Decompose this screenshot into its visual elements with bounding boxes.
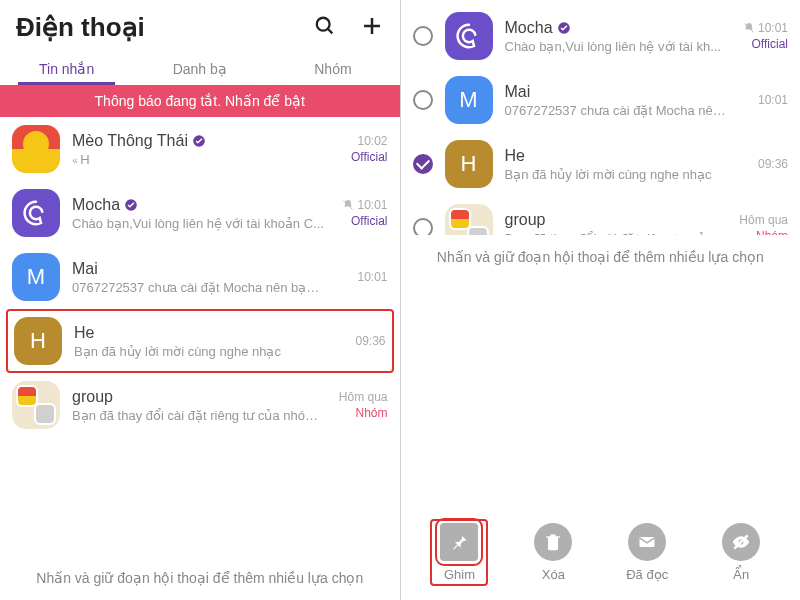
chat-item[interactable]: Mocha Chào bạn,Vui lòng liên hệ với tài … xyxy=(401,4,801,68)
hint-text: Nhấn và giữ đoạn hội thoại để thêm nhiều… xyxy=(0,556,400,600)
chat-body: Mèo Thông Thái «H xyxy=(72,132,326,167)
chat-label: Official xyxy=(738,37,788,51)
avatar-mocha xyxy=(445,12,493,60)
chat-time: Hôm qua xyxy=(738,213,788,227)
muted-icon xyxy=(743,22,755,34)
chat-item[interactable]: group Bạn đã thay đổi cài đặt riêng tư c… xyxy=(0,373,400,437)
avatar-letter: M xyxy=(445,76,493,124)
chat-item[interactable]: Mocha Chào bạn,Vui lòng liên hệ với tài … xyxy=(0,181,400,245)
select-radio[interactable] xyxy=(413,26,433,46)
avatar-letter: M xyxy=(12,253,60,301)
chat-body: Mai 0767272537 chưa cài đặt Mocha nên bạ… xyxy=(505,83,727,118)
action-pin[interactable]: Ghim xyxy=(413,519,507,586)
chat-name: Mai xyxy=(72,260,98,278)
chat-label: Nhóm xyxy=(338,406,388,420)
chat-body: Mai 0767272537 chưa cài đặt Mocha nên bạ… xyxy=(72,260,326,295)
tab-messages[interactable]: Tin nhắn xyxy=(0,51,133,85)
tab-groups[interactable]: Nhóm xyxy=(266,51,399,85)
chat-item[interactable]: group Bạn đã thay đổi cài đặt riêng tư c… xyxy=(401,196,801,235)
pin-icon xyxy=(440,523,478,561)
svg-point-0 xyxy=(316,17,329,30)
eyeoff-icon xyxy=(722,523,760,561)
add-icon[interactable] xyxy=(360,14,384,42)
chat-item[interactable]: M Mai 0767272537 chưa cài đặt Mocha nên … xyxy=(401,68,801,132)
action-label: Ẩn xyxy=(733,567,749,582)
chat-name: group xyxy=(505,211,546,229)
hint-text: Nhấn và giữ đoạn hội thoại để thêm nhiều… xyxy=(401,235,801,279)
chat-body: Mocha Chào bạn,Vui lòng liên hệ với tài … xyxy=(72,196,326,231)
chat-time: 10:01 xyxy=(338,270,388,284)
chat-item[interactable]: M Mai 0767272537 chưa cài đặt Mocha nên … xyxy=(0,245,400,309)
chat-meta: 10:01 xyxy=(738,93,788,107)
mail-icon xyxy=(628,523,666,561)
avatar-letter: H xyxy=(14,317,62,365)
search-icon[interactable] xyxy=(314,15,336,41)
chat-time: 09:36 xyxy=(336,334,386,348)
chat-item[interactable]: H He Bạn đã hủy lời mời cùng nghe nhạc 0… xyxy=(401,132,801,196)
chat-label: Nhóm xyxy=(738,229,788,235)
chat-preview: 0767272537 chưa cài đặt Mocha nên bạ... xyxy=(505,103,727,118)
verified-icon xyxy=(124,198,138,212)
action-label: Đã đọc xyxy=(626,567,668,582)
chat-body: group Bạn đã thay đổi cài đặt riêng tư c… xyxy=(72,388,326,423)
select-radio[interactable] xyxy=(413,218,433,235)
chat-meta: 09:36 xyxy=(336,334,386,348)
chat-meta: Hôm qua Nhóm xyxy=(338,390,388,420)
chat-meta: Hôm qua Nhóm xyxy=(738,213,788,235)
left-screen: Điện thoại Tin nhắn Danh bạ Nhóm Thông b… xyxy=(0,0,400,600)
chat-list-left: Mèo Thông Thái «H 10:02 Official Mocha C… xyxy=(0,117,400,556)
chat-preview: Bạn đã hủy lời mời cùng nghe nhạc xyxy=(74,344,324,359)
header-actions xyxy=(314,14,384,42)
action-label: Xóa xyxy=(542,567,565,582)
tabs: Tin nhắn Danh bạ Nhóm xyxy=(0,51,400,85)
chat-preview: Bạn đã thay đổi cài đặt riêng tư của nhó… xyxy=(72,408,326,423)
chat-preview: Bạn đã thay đổi cài đặt riêng tư của... xyxy=(505,231,727,235)
chat-name: Mèo Thông Thái xyxy=(72,132,188,150)
tab-contacts[interactable]: Danh bạ xyxy=(133,51,266,85)
muted-icon xyxy=(342,199,354,211)
chat-body: He Bạn đã hủy lời mời cùng nghe nhạc xyxy=(74,324,324,359)
chat-meta: 10:01 Official xyxy=(738,21,788,51)
chat-name: Mocha xyxy=(505,19,553,37)
chat-time: Hôm qua xyxy=(338,390,388,404)
chat-preview: Bạn đã hủy lời mời cùng nghe nhạc xyxy=(505,167,727,182)
verified-icon xyxy=(557,21,571,35)
chat-meta: 09:36 xyxy=(738,157,788,171)
right-screen: Mocha Chào bạn,Vui lòng liên hệ với tài … xyxy=(401,0,801,600)
chat-time: 10:01 xyxy=(738,21,788,35)
chat-name: He xyxy=(505,147,525,165)
action-trash[interactable]: Xóa xyxy=(506,519,600,586)
chat-meta: 10:01 xyxy=(338,270,388,284)
chat-name: Mocha xyxy=(72,196,120,214)
action-eyeoff[interactable]: Ẩn xyxy=(694,519,788,586)
avatar-mocha xyxy=(12,189,60,237)
avatar-letter: H xyxy=(445,140,493,188)
chat-preview: «H xyxy=(72,152,326,167)
chat-name: group xyxy=(72,388,113,406)
notification-banner[interactable]: Thông báo đang tắt. Nhấn để bật xyxy=(0,85,400,117)
chat-time: 10:01 xyxy=(338,198,388,212)
trash-icon xyxy=(534,523,572,561)
chat-item[interactable]: H He Bạn đã hủy lời mời cùng nghe nhạc 0… xyxy=(6,309,394,373)
chat-meta: 10:01 Official xyxy=(338,198,388,228)
action-bar: Ghim Xóa Đã đọc Ẩn xyxy=(401,509,801,600)
svg-line-1 xyxy=(327,28,332,33)
action-label: Ghim xyxy=(444,567,475,582)
page-title: Điện thoại xyxy=(16,12,145,43)
chat-label: Official xyxy=(338,150,388,164)
action-mail[interactable]: Đã đọc xyxy=(600,519,694,586)
verified-icon xyxy=(192,134,206,148)
select-radio[interactable] xyxy=(413,154,433,174)
avatar-group xyxy=(445,204,493,235)
select-radio[interactable] xyxy=(413,90,433,110)
chat-preview: 0767272537 chưa cài đặt Mocha nên bạn kh… xyxy=(72,280,326,295)
chat-name: He xyxy=(74,324,94,342)
chat-item[interactable]: Mèo Thông Thái «H 10:02 Official xyxy=(0,117,400,181)
avatar-iron xyxy=(12,125,60,173)
avatar-group xyxy=(12,381,60,429)
chat-name: Mai xyxy=(505,83,531,101)
chat-label: Official xyxy=(338,214,388,228)
chat-preview: Chào bạn,Vui lòng liên hệ với tài kh... xyxy=(505,39,727,54)
chat-body: Mocha Chào bạn,Vui lòng liên hệ với tài … xyxy=(505,19,727,54)
chat-preview: Chào bạn,Vui lòng liên hệ với tài khoản … xyxy=(72,216,326,231)
